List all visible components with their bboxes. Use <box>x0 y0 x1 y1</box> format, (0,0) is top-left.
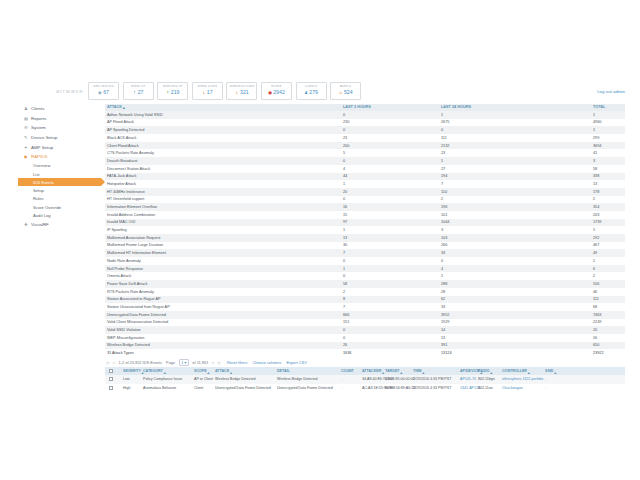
sidebar-subitem-audit-log[interactable]: Audit Log <box>18 211 101 219</box>
table-row[interactable]: Invalid MAC OUI9710441739 <box>105 219 625 227</box>
table-row[interactable]: RTS Packets Rate Anomaly22846 <box>105 288 625 296</box>
count-cell: 1 <box>593 113 595 117</box>
toolbar-link-choose-columns[interactable]: Choose columns <box>252 360 281 365</box>
table-row[interactable]: Malformed Association Request13103292 <box>105 234 625 242</box>
count-cell: 0 <box>343 159 345 163</box>
table-row[interactable]: Information Element Overflow16196354 <box>105 203 625 211</box>
page-select[interactable]: 1 ▾ <box>179 359 189 366</box>
table-row[interactable]: Station Unassociated from Rogue AP73368 <box>105 303 625 311</box>
sidebar-item-reports[interactable]: ▤Reports <box>18 114 101 124</box>
count-cell: 7463 <box>593 313 601 317</box>
table-row[interactable]: LowPolicy Compliance IssueAP or ClientWi… <box>105 375 625 384</box>
stat-box-wireless-down[interactable]: WIRELESS DOWN↓ 321 <box>226 82 257 100</box>
stat-box-wired-up[interactable]: WIRED UP↑ 27 <box>123 82 154 100</box>
stat-box-clients[interactable]: CLIENTS♟ 279 <box>296 82 327 100</box>
column-header-attack[interactable]: ATTACK ▲ <box>215 369 229 373</box>
column-header-category[interactable]: CATEGORY ▲ <box>143 369 163 373</box>
table-row[interactable]: Valid Client Misassociation Detected1511… <box>105 319 625 327</box>
table-row[interactable]: Malformed Frame Large Duration30266467 <box>105 242 625 250</box>
count-cell: 44 <box>343 174 347 178</box>
select-all-checkbox[interactable] <box>109 369 113 373</box>
pager-prev-icon[interactable]: < <box>113 360 115 365</box>
column-header-attack[interactable]: ATTACK ▲ <box>107 105 122 109</box>
sidebar-item-visualrf[interactable]: ❖VisualRF <box>18 220 101 230</box>
table-row[interactable]: Node Rate Anomaly001 <box>105 257 625 265</box>
table-row[interactable]: AP Flood Attack23026754960 <box>105 119 625 127</box>
count-cell: 33 <box>441 251 445 255</box>
sidebar-subitem-ids-events[interactable]: IDS Events <box>18 178 101 186</box>
table-row[interactable]: WEP Misconfiguration01316 <box>105 334 625 342</box>
toolbar-link-export-csv[interactable]: Export CSV <box>286 360 306 365</box>
table-row[interactable]: FATA-Jack Attack44194338 <box>105 173 625 181</box>
table-row[interactable]: CTS Packets Rate Anomaly52341 <box>105 149 625 157</box>
count-cell: 46 <box>593 290 597 294</box>
sidebar-subitem-rules[interactable]: Rules <box>18 195 101 203</box>
reports-icon: ▤ <box>24 116 31 121</box>
column-header-total[interactable]: TOTAL <box>593 105 605 109</box>
ap-device-cell[interactable]: AP105-70 <box>460 377 476 381</box>
stat-box-wireless-up[interactable]: WIRELESS UP↑ 219 <box>157 82 188 100</box>
column-header-controller[interactable]: CONTROLLER ▲ <box>502 369 527 373</box>
column-header-severity[interactable]: SEVERITY ▲ <box>123 369 141 373</box>
table-row[interactable]: Valid SSID Violation01420 <box>105 326 625 334</box>
count-cell: 0 <box>343 197 345 201</box>
column-header-ssid[interactable]: SSID ▲ <box>545 369 553 373</box>
ap-device-cell[interactable]: 1341-AP124 <box>460 386 480 390</box>
column-header-last-2-hours[interactable]: LAST 2 HOURS <box>343 105 371 109</box>
table-row[interactable]: Client Flood Attack20021323694 <box>105 142 625 150</box>
table-row[interactable]: Null Probe Response146 <box>105 265 625 273</box>
radio-cell: 802.11bgn <box>478 377 495 381</box>
sidebar-subitem-score-override[interactable]: Score Override <box>18 203 101 211</box>
table-row[interactable]: IP Spoofing135 <box>105 226 625 234</box>
column-header-scope[interactable]: SCOPE ▲ <box>194 369 207 373</box>
stat-box-wired-down[interactable]: WIRED DOWN↓ 17 <box>192 82 223 100</box>
count-cell: 30 <box>343 243 347 247</box>
table-row[interactable]: Adhoc Network Using Valid SSID011 <box>105 111 625 119</box>
stat-box-rogue[interactable]: ROGUE● 2942 <box>261 82 292 100</box>
sidebar-subitem-list[interactable]: List <box>18 170 101 178</box>
column-header-time[interactable]: TIME ▲ <box>413 369 422 373</box>
table-row[interactable]: Invalid Address Combination15101203 <box>105 211 625 219</box>
table-row[interactable]: HT Greenfield support022 <box>105 196 625 204</box>
controller-cell[interactable]: ethersphere-1322-porfidio <box>502 377 543 381</box>
pager-first-icon[interactable]: |< <box>107 360 110 365</box>
column-header-detail[interactable]: DETAIL <box>277 369 290 373</box>
row-checkbox[interactable] <box>109 377 113 381</box>
sidebar-item-device-setup[interactable]: ✎Device Setup <box>18 133 101 143</box>
table-row[interactable]: Block ACK Attack23111299 <box>105 134 625 142</box>
attack-cell: Wireless Bridge Detected <box>215 377 256 381</box>
column-header-ap-device[interactable]: AP/DEVICE ▲ <box>460 369 479 373</box>
sidebar-item-amp-setup[interactable]: ✦AMP Setup <box>18 142 101 152</box>
pager-next-icon[interactable]: > <box>212 360 214 365</box>
column-header-count[interactable]: COUNT <box>341 369 354 373</box>
category-cell: Anomalous Behavior <box>143 386 176 390</box>
logout-link[interactable]: Log out admin <box>597 89 625 94</box>
table-row[interactable]: Malformed HT Information Element73349 <box>105 249 625 257</box>
stat-box-new-devices[interactable]: NEW DEVICES◉ 67 <box>88 82 119 100</box>
table-row[interactable]: AP Spoofing Detected001 <box>105 126 625 134</box>
column-header-radio[interactable]: RADIO ▲ <box>478 369 490 373</box>
sidebar-item-system[interactable]: ⚙System <box>18 123 101 133</box>
stat-box-alerts[interactable]: ALERTS⚠ 524 <box>330 82 361 100</box>
sidebar-item-clients[interactable]: ♟Clients <box>18 104 101 114</box>
table-row[interactable]: Hotspotter Attack1713 <box>105 180 625 188</box>
table-row[interactable]: Unencrypted Data Frame Detected666395274… <box>105 311 625 319</box>
sidebar-item-rapids[interactable]: ◆RAPIDS <box>18 152 101 162</box>
sidebar-subitem-overview[interactable]: Overview <box>18 162 101 170</box>
controller-cell[interactable]: Chuckwagon <box>502 386 523 390</box>
column-header-attacker[interactable]: ATTACKER ▲ <box>362 369 381 373</box>
table-row[interactable]: Station Associated to Rogue AP862111 <box>105 296 625 304</box>
column-header-target[interactable]: TARGET ▲ <box>385 369 400 373</box>
sidebar-subitem-setup[interactable]: Setup <box>18 186 101 194</box>
pager-last-icon[interactable]: >| <box>217 360 220 365</box>
column-header-last-24-hours[interactable]: LAST 24 HOURS <box>441 105 471 109</box>
table-row[interactable]: Power Save DoS Attack58288556 <box>105 280 625 288</box>
table-row[interactable]: Omerta Attack012 <box>105 272 625 280</box>
table-row[interactable]: HighAnomalous BehaviorClientUnencrypted … <box>105 384 625 393</box>
toolbar-link-reset-filters[interactable]: Reset filters <box>227 360 248 365</box>
table-row[interactable]: Wireless Bridge Detected26391650 <box>105 342 625 350</box>
row-checkbox[interactable] <box>109 386 113 390</box>
table-row[interactable]: Deauth Broadcast013 <box>105 157 625 165</box>
table-row[interactable]: Disconnect Station Attack42758 <box>105 165 625 173</box>
table-row[interactable]: HT 40MHz Intolerance20110178 <box>105 188 625 196</box>
